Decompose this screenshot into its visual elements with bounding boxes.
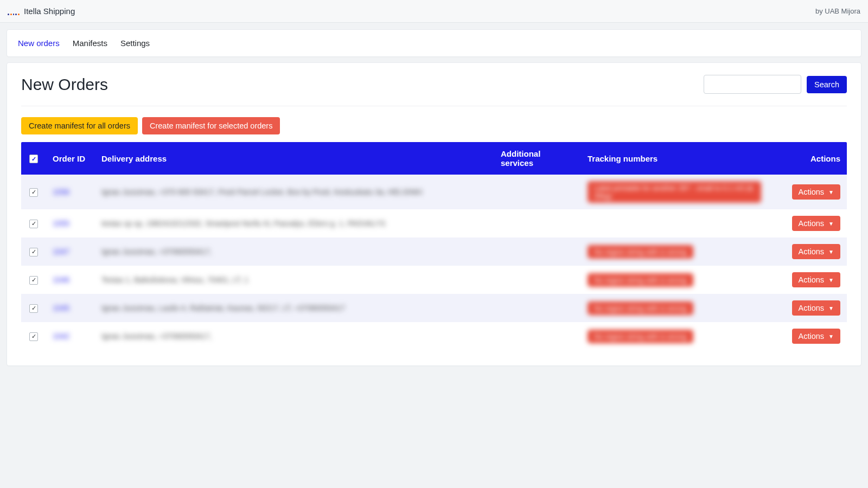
- actions-label: Actions: [799, 219, 825, 228]
- additional-services: [494, 175, 581, 209]
- order-id-link[interactable]: 1056: [53, 188, 69, 196]
- tabs: New orders Manifests Settings: [7, 30, 861, 56]
- row-actions-button[interactable]: Actions ▼: [792, 244, 840, 259]
- header-delivery[interactable]: Delivery address: [95, 142, 494, 175]
- create-manifest-selected-button[interactable]: Create manifest for selected orders: [142, 117, 280, 134]
- header-tracking[interactable]: Tracking numbers: [581, 142, 782, 175]
- row-checkbox[interactable]: ✓: [29, 304, 38, 313]
- row-checkbox[interactable]: ✓: [29, 276, 38, 285]
- additional-services: [494, 266, 581, 294]
- additional-services: [494, 209, 581, 237]
- brand: Itella Shipping: [8, 7, 75, 16]
- page-title: New Orders: [21, 75, 108, 94]
- header-select-all[interactable]: ✓: [21, 142, 46, 175]
- tab-new-orders[interactable]: New orders: [18, 38, 60, 48]
- actions-label: Actions: [799, 247, 825, 256]
- chevron-down-icon: ▼: [828, 189, 834, 195]
- row-actions-button[interactable]: Actions ▼: [792, 216, 840, 231]
- header-services[interactable]: Additional services: [494, 142, 581, 175]
- table-row: ✓1047Ignas Juozenas, +37060093417,No reg…: [21, 237, 847, 266]
- order-id-link[interactable]: 1047: [53, 247, 69, 256]
- row-checkbox[interactable]: ✓: [29, 332, 38, 341]
- row-actions-button[interactable]: Actions ▼: [792, 329, 840, 344]
- header-order-id[interactable]: Order ID: [46, 142, 95, 175]
- additional-services: [494, 294, 581, 322]
- actions-label: Actions: [799, 275, 825, 284]
- row-checkbox[interactable]: ✓: [29, 220, 38, 228]
- brand-logo-icon: [8, 8, 20, 15]
- header-actions: Actions: [782, 142, 847, 175]
- delivery-address: Ignas Juozenas, +37060093417,: [101, 332, 212, 341]
- checkbox-icon[interactable]: ✓: [29, 155, 38, 163]
- bulk-actions: Create manifest for all orders Create ma…: [21, 117, 847, 134]
- order-id-link[interactable]: 1046: [53, 275, 69, 284]
- titlebar: New Orders Search: [21, 75, 847, 106]
- search-input[interactable]: [704, 75, 801, 94]
- delivery-address: Ignas Juozenas, +370 600 93417, Posti Pa…: [101, 188, 423, 196]
- tracking-badge: Label printable for another 287 - small …: [588, 181, 761, 203]
- row-actions-button[interactable]: Actions ▼: [792, 184, 840, 200]
- chevron-down-icon: ▼: [828, 221, 834, 227]
- additional-services: [494, 237, 581, 266]
- search-button[interactable]: Search: [807, 76, 847, 93]
- topbar: Itella Shipping by UAB Mijora: [0, 0, 868, 23]
- table-row: ✓1056Ignas Juozenas, +370 600 93417, Pos…: [21, 175, 847, 209]
- content-card: New Orders Search Create manifest for al…: [7, 62, 861, 366]
- delivery-address: testas sp sp, 1982410212332, Smartpost N…: [101, 219, 385, 228]
- order-id-link[interactable]: 1055: [53, 219, 69, 228]
- tracking-badge: No region string with is wrong: [588, 301, 693, 315]
- chevron-down-icon: ▼: [828, 333, 834, 339]
- table-row: ✓1046Testas 1, Baltušiskova, Vilnius, 70…: [21, 266, 847, 294]
- actions-label: Actions: [799, 332, 825, 341]
- actions-label: Actions: [799, 304, 825, 312]
- nav-card: New orders Manifests Settings: [7, 29, 861, 57]
- row-actions-button[interactable]: Actions ▼: [792, 272, 840, 287]
- delivery-address: Testas 1, Baltušiskova, Vilnius, 70401, …: [101, 275, 248, 284]
- tab-settings[interactable]: Settings: [120, 38, 150, 48]
- row-checkbox[interactable]: ✓: [29, 188, 38, 197]
- table-row: ✓1045Ignas Juozenas, Laulio 4, Raštainia…: [21, 294, 847, 322]
- table-row: ✓1042Ignas Juozenas, +37060093417,No reg…: [21, 322, 847, 350]
- byline: by UAB Mijora: [815, 7, 860, 15]
- create-manifest-all-button[interactable]: Create manifest for all orders: [21, 117, 138, 134]
- actions-label: Actions: [799, 188, 825, 196]
- row-actions-button[interactable]: Actions ▼: [792, 300, 840, 316]
- brand-name: Itella Shipping: [24, 7, 75, 16]
- chevron-down-icon: ▼: [828, 305, 834, 311]
- order-id-link[interactable]: 1042: [53, 332, 69, 341]
- tracking-badge: No region string with is wrong: [588, 330, 693, 343]
- row-checkbox[interactable]: ✓: [29, 248, 38, 256]
- order-id-link[interactable]: 1045: [53, 304, 69, 312]
- table-row: ✓1055testas sp sp, 1982410212332, Smartp…: [21, 209, 847, 237]
- tracking-badge: No region string with is wrong: [588, 245, 693, 259]
- tracking-badge: No region string with is wrong: [588, 273, 693, 287]
- tab-manifests[interactable]: Manifests: [73, 38, 107, 48]
- delivery-address: Ignas Juozenas, +37060093417,: [101, 247, 212, 256]
- additional-services: [494, 322, 581, 350]
- delivery-address: Ignas Juozenas, Laulio 4, Raštainiai, Ka…: [101, 304, 345, 312]
- orders-table: ✓ Order ID Delivery address Additional s…: [21, 142, 847, 350]
- chevron-down-icon: ▼: [828, 277, 834, 283]
- chevron-down-icon: ▼: [828, 249, 834, 255]
- search-area: Search: [704, 75, 847, 94]
